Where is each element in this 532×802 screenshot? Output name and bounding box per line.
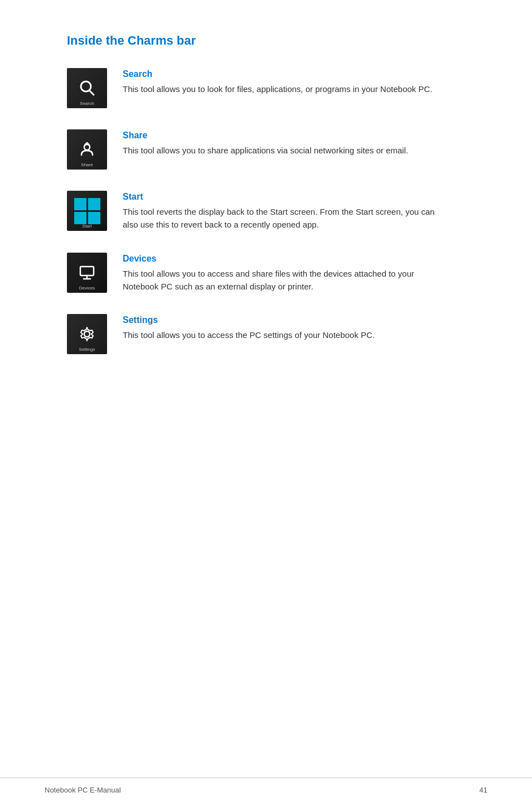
start-tile-3: [74, 212, 86, 224]
page-title: Inside the Charms bar: [67, 33, 435, 48]
search-content: Search This tool allows you to look for …: [123, 68, 435, 95]
settings-icon-label: Settings: [67, 347, 107, 352]
settings-icon: [77, 324, 97, 344]
search-icon: [77, 78, 97, 98]
share-content: Share This tool allows you to share appl…: [123, 129, 435, 157]
charm-item-devices: Devices Devices This tool allows you to …: [67, 253, 435, 293]
page-footer: Notebook PC E-Manual 41: [0, 777, 532, 802]
charm-item-search: Search Search This tool allows you to lo…: [67, 68, 435, 108]
share-icon: [77, 139, 97, 160]
svg-rect-3: [80, 267, 94, 276]
share-title: Share: [123, 131, 435, 141]
settings-title: Settings: [123, 315, 435, 325]
search-description: This tool allows you to look for files, …: [123, 83, 435, 95]
svg-line-1: [89, 90, 94, 95]
settings-content: Settings This tool allows you to access …: [123, 314, 435, 341]
start-title: Start: [123, 192, 435, 202]
devices-icon-wrapper: Devices: [67, 253, 107, 293]
charm-item-share: Share Share This tool allows you to shar…: [67, 129, 435, 170]
start-icon-wrapper: Start: [67, 191, 107, 231]
devices-description: This tool allows you to access and share…: [123, 267, 435, 293]
start-tile-1: [74, 198, 86, 210]
start-description: This tool reverts the display back to th…: [123, 205, 435, 231]
devices-content: Devices This tool allows you to access a…: [123, 253, 435, 293]
search-icon-wrapper: Search: [67, 68, 107, 108]
share-icon-wrapper: Share: [67, 129, 107, 170]
footer-page-number: 41: [480, 786, 487, 794]
svg-point-6: [84, 331, 90, 337]
page-container: Inside the Charms bar Search Search This…: [0, 0, 480, 420]
charm-item-settings: Settings Settings This tool allows you t…: [67, 314, 435, 354]
settings-description: This tool allows you to access the PC se…: [123, 328, 435, 341]
start-content: Start This tool reverts the display back…: [123, 191, 435, 231]
share-icon-label: Share: [67, 162, 107, 167]
start-tile-4: [88, 212, 100, 224]
search-title: Search: [123, 69, 435, 79]
share-description: This tool allows you to share applicatio…: [123, 144, 435, 157]
devices-icon: [77, 263, 97, 283]
devices-icon-label: Devices: [67, 286, 107, 291]
footer-manual-label: Notebook PC E-Manual: [45, 786, 121, 794]
settings-icon-wrapper: Settings: [67, 314, 107, 354]
search-icon-label: Search: [67, 101, 107, 106]
start-tile-2: [88, 198, 100, 210]
charm-item-start: Start Start This tool reverts the displa…: [67, 191, 435, 231]
start-icon-label: Start: [67, 224, 107, 229]
devices-title: Devices: [123, 254, 435, 264]
